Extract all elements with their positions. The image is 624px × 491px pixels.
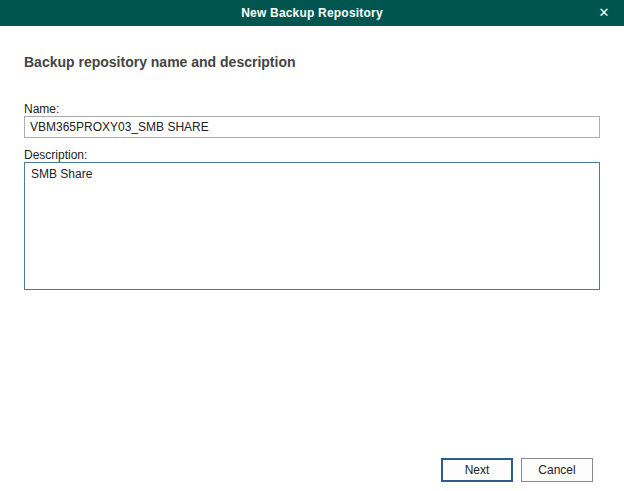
new-backup-repository-dialog: New Backup Repository ✕ Backup repositor… [0, 0, 624, 491]
name-label: Name: [24, 102, 59, 116]
next-button[interactable]: Next [441, 458, 513, 482]
close-icon: ✕ [599, 5, 610, 20]
page-title: Backup repository name and description [24, 54, 296, 70]
close-button[interactable]: ✕ [584, 0, 624, 26]
titlebar: New Backup Repository ✕ [0, 0, 624, 26]
description-label: Description: [24, 148, 87, 162]
name-input[interactable] [24, 116, 600, 138]
description-textarea[interactable]: SMB Share [24, 162, 600, 290]
cancel-button[interactable]: Cancel [521, 458, 593, 482]
window-title: New Backup Repository [241, 6, 383, 20]
